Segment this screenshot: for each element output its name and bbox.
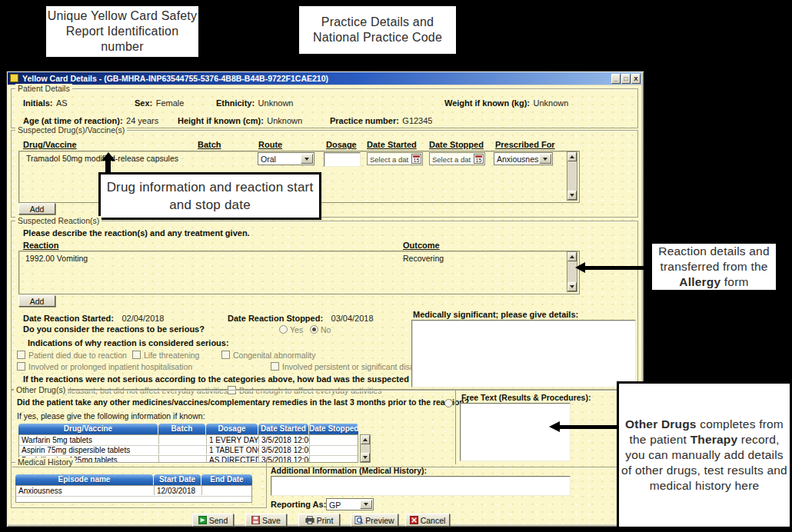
triangle-down [570,194,574,197]
scroll-up-icon[interactable] [361,435,370,444]
date-stopped-field[interactable]: Select a dat 15 [429,152,485,165]
prescribed-for-dropdown-button[interactable] [539,154,551,164]
add-reaction-button[interactable]: Add [18,295,55,307]
additional-info-input[interactable] [271,476,571,496]
serious-yes-option[interactable]: Yes [279,325,303,334]
preview-button-label: Preview [365,516,394,525]
cancel-icon [410,516,418,524]
od-cell-date-started: 3/5/2018 12:00:0( [259,435,310,444]
batch-column-header: Batch [198,140,221,149]
age-value: 24 years [126,116,158,125]
scroll-down-icon[interactable] [567,282,577,291]
od-header-batch: Batch [158,424,205,434]
mh-header-episode: Episode name [15,474,153,485]
indication-patient-died[interactable]: Patient died due to reaction [17,351,127,360]
table-row[interactable]: Warfarin 5mg tablets 1 EVERY DAY 3/5/201… [19,435,358,446]
checkbox-icon[interactable] [271,362,279,371]
od-header-drug: Drug/Vaccine [18,424,158,434]
indication-label: Congenital abnormality [233,351,315,360]
radio-yes-icon[interactable] [279,325,288,334]
od-cell-date-stopped [310,445,358,454]
print-button[interactable]: Print [298,514,340,527]
mh-header-start: Start Date [154,474,201,485]
minimize-icon[interactable]: _ [611,74,621,84]
mh-header-end: End Date [201,474,252,485]
drug-list-scrollbar[interactable] [567,151,577,201]
indication-hospitalisation[interactable]: Involved or prolonged inpatient hospital… [17,362,192,371]
reporting-as-dropdown-button[interactable] [360,500,372,509]
od-cell-date-stopped [310,435,358,444]
send-button[interactable]: Send [192,514,234,527]
close-icon[interactable]: X [631,74,641,84]
date-stopped-column-header: Date Stopped [429,140,484,149]
scroll-up-icon[interactable] [567,152,577,161]
indication-label: Patient died due to reaction [28,351,127,360]
add-drug-button[interactable]: Add [18,203,55,214]
date-reaction-stopped-value: 03/04/2018 [331,314,374,323]
dosage-input[interactable] [324,152,361,167]
height-value: Unknown [267,116,302,125]
print-button-label: Print [317,516,334,525]
calendar-icon[interactable]: 15 [474,154,484,164]
annotation-practice-code-text: Practice Details and National Practice C… [299,15,456,45]
scroll-down-icon[interactable] [567,191,577,200]
date-reaction-started-value: 02/04/2018 [121,314,164,323]
free-text-textarea[interactable] [460,403,571,461]
other-drugs-radio-icon[interactable] [444,399,453,407]
indication-congenital[interactable]: Congenital abnormality [221,351,315,360]
indication-label: Involved or prolonged inpatient hospital… [28,362,192,371]
triangle-up [570,155,574,158]
checkbox-icon[interactable] [221,351,230,359]
suspected-reactions-legend: Suspected Reaction(s) [15,216,101,225]
od-cell-dosage: 1 TABLET ONCE A [207,445,259,454]
mh-cell-end [202,486,252,495]
reporting-as-select[interactable]: GP [326,498,374,510]
reporting-as-label: Reporting As: [271,500,326,509]
annotation-reaction-details-text: Reaction details and transferred from th… [652,244,776,290]
route-dropdown-button[interactable] [301,154,313,164]
indication-life-threatening[interactable]: Life threatening [132,351,199,360]
scroll-down-icon[interactable] [361,453,370,462]
chevron-down-icon [543,158,547,161]
route-select[interactable]: Oral [258,152,314,165]
maximize-icon[interactable]: □ [621,74,631,84]
checkbox-icon[interactable] [17,351,25,359]
date-started-placeholder: Select a dat [370,155,411,164]
practice-number-label: Practice number: [330,116,399,125]
other-drugs-scrollbar[interactable] [360,434,371,463]
checkbox-icon[interactable] [17,362,25,371]
sex-value: Female [156,98,185,108]
medically-significant-textarea[interactable] [411,320,636,387]
route-column-header: Route [258,140,282,149]
save-button[interactable]: Save [245,514,287,527]
serious-no-option[interactable]: No [310,325,331,334]
od-cell-date-stopped [310,455,358,463]
od-cell-batch [159,445,207,454]
ethnicity-value: Unknown [258,98,294,108]
od-header-dosage: Dosage [206,424,258,434]
scroll-up-icon[interactable] [567,252,577,261]
calendar-day: 15 [474,158,483,164]
od-cell-date-started: 3/5/2018 12:00:0( [259,445,310,454]
date-reaction-stopped-label: Date Reaction Stopped: [228,314,323,323]
date-reaction-started: Date Reaction Started: 02/04/2018 [23,311,165,324]
chevron-down-icon [304,158,309,161]
prescribed-for-select[interactable]: Anxiousness [494,152,553,165]
outcome-column-header: Outcome [403,241,440,250]
table-row[interactable]: Anxiousness 12/03/2018 [16,486,251,497]
reactions-list[interactable] [18,251,580,294]
od-header-date-started: Date Started [258,424,308,434]
outcome-cell[interactable]: Recovering [403,254,444,263]
radio-no-icon[interactable] [310,325,318,334]
annotation-arrow-other-drugs-stem [558,425,618,429]
ethnicity-label: Ethnicity: [216,98,255,108]
table-row[interactable]: Aspirin 75mg dispersible tablets 1 TABLE… [19,445,358,456]
preview-button[interactable]: Preview [351,514,398,527]
checkbox-icon[interactable] [132,351,141,359]
save-button-label: Save [262,516,281,525]
indications-label: Indications of why reaction is considere… [28,338,229,347]
date-started-field[interactable]: Select a dat 15 [367,152,423,165]
reaction-cell[interactable]: 1992.00 Vomiting [25,254,88,263]
calendar-icon[interactable]: 15 [411,154,421,164]
cancel-button[interactable]: Cancel [405,514,450,527]
